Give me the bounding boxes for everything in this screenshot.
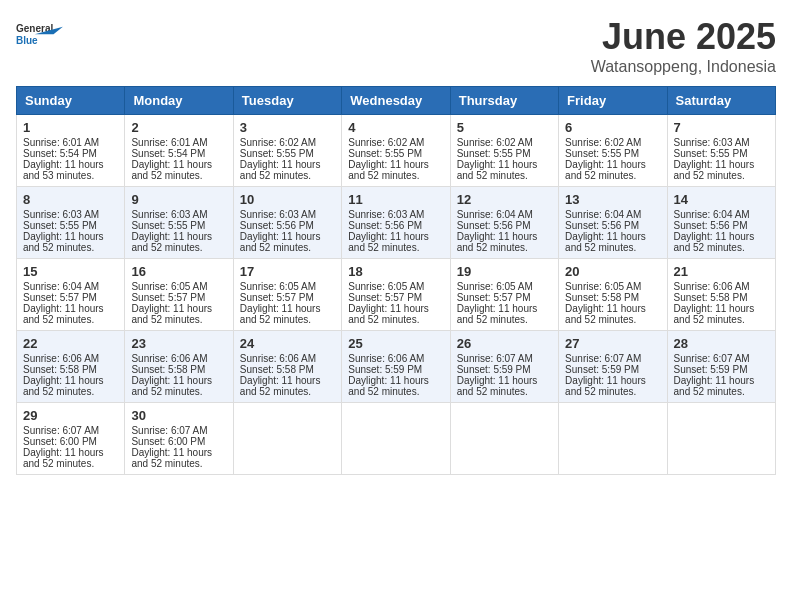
sunrise-text: Sunrise: 6:07 AM bbox=[457, 353, 533, 364]
calendar-day-cell: 18 Sunrise: 6:05 AM Sunset: 5:57 PM Dayl… bbox=[342, 259, 450, 331]
sunset-text: Sunset: 5:55 PM bbox=[348, 148, 422, 159]
calendar-week-row: 29 Sunrise: 6:07 AM Sunset: 6:00 PM Dayl… bbox=[17, 403, 776, 475]
calendar-day-cell: 24 Sunrise: 6:06 AM Sunset: 5:58 PM Dayl… bbox=[233, 331, 341, 403]
calendar-day-cell: 21 Sunrise: 6:06 AM Sunset: 5:58 PM Dayl… bbox=[667, 259, 775, 331]
daylight-text: Daylight: 11 hours and 53 minutes. bbox=[23, 159, 104, 181]
sunset-text: Sunset: 5:59 PM bbox=[348, 364, 422, 375]
daylight-text: Daylight: 11 hours and 52 minutes. bbox=[131, 375, 212, 397]
daylight-text: Daylight: 11 hours and 52 minutes. bbox=[348, 159, 429, 181]
day-number: 26 bbox=[457, 336, 552, 351]
calendar-day-cell: 26 Sunrise: 6:07 AM Sunset: 5:59 PM Dayl… bbox=[450, 331, 558, 403]
sunrise-text: Sunrise: 6:06 AM bbox=[674, 281, 750, 292]
calendar-day-cell: 6 Sunrise: 6:02 AM Sunset: 5:55 PM Dayli… bbox=[559, 115, 667, 187]
daylight-text: Daylight: 11 hours and 52 minutes. bbox=[348, 303, 429, 325]
sunset-text: Sunset: 5:58 PM bbox=[674, 292, 748, 303]
calendar-day-cell: 20 Sunrise: 6:05 AM Sunset: 5:58 PM Dayl… bbox=[559, 259, 667, 331]
sunset-text: Sunset: 5:57 PM bbox=[457, 292, 531, 303]
calendar-header-row: SundayMondayTuesdayWednesdayThursdayFrid… bbox=[17, 87, 776, 115]
daylight-text: Daylight: 11 hours and 52 minutes. bbox=[131, 303, 212, 325]
day-number: 22 bbox=[23, 336, 118, 351]
daylight-text: Daylight: 11 hours and 52 minutes. bbox=[674, 303, 755, 325]
sunset-text: Sunset: 5:55 PM bbox=[565, 148, 639, 159]
sunrise-text: Sunrise: 6:07 AM bbox=[131, 425, 207, 436]
sunrise-text: Sunrise: 6:03 AM bbox=[131, 209, 207, 220]
daylight-text: Daylight: 11 hours and 52 minutes. bbox=[457, 231, 538, 253]
sunset-text: Sunset: 5:57 PM bbox=[131, 292, 205, 303]
day-number: 20 bbox=[565, 264, 660, 279]
calendar-day-cell: 2 Sunrise: 6:01 AM Sunset: 5:54 PM Dayli… bbox=[125, 115, 233, 187]
calendar-day-cell: 30 Sunrise: 6:07 AM Sunset: 6:00 PM Dayl… bbox=[125, 403, 233, 475]
day-number: 6 bbox=[565, 120, 660, 135]
calendar-day-cell: 3 Sunrise: 6:02 AM Sunset: 5:55 PM Dayli… bbox=[233, 115, 341, 187]
daylight-text: Daylight: 11 hours and 52 minutes. bbox=[565, 159, 646, 181]
month-title: June 2025 bbox=[591, 16, 776, 58]
sunrise-text: Sunrise: 6:04 AM bbox=[565, 209, 641, 220]
sunset-text: Sunset: 5:57 PM bbox=[348, 292, 422, 303]
day-number: 30 bbox=[131, 408, 226, 423]
daylight-text: Daylight: 11 hours and 52 minutes. bbox=[457, 159, 538, 181]
daylight-text: Daylight: 11 hours and 52 minutes. bbox=[674, 159, 755, 181]
day-number: 2 bbox=[131, 120, 226, 135]
daylight-text: Daylight: 11 hours and 52 minutes. bbox=[457, 375, 538, 397]
sunrise-text: Sunrise: 6:04 AM bbox=[457, 209, 533, 220]
sunset-text: Sunset: 5:54 PM bbox=[131, 148, 205, 159]
calendar-day-cell: 13 Sunrise: 6:04 AM Sunset: 5:56 PM Dayl… bbox=[559, 187, 667, 259]
sunrise-text: Sunrise: 6:03 AM bbox=[674, 137, 750, 148]
calendar-day-cell: 14 Sunrise: 6:04 AM Sunset: 5:56 PM Dayl… bbox=[667, 187, 775, 259]
day-number: 19 bbox=[457, 264, 552, 279]
daylight-text: Daylight: 11 hours and 52 minutes. bbox=[240, 303, 321, 325]
daylight-text: Daylight: 11 hours and 52 minutes. bbox=[674, 231, 755, 253]
sunrise-text: Sunrise: 6:03 AM bbox=[23, 209, 99, 220]
page-header: General Blue June 2025 Watansoppeng, Ind… bbox=[16, 16, 776, 76]
day-number: 23 bbox=[131, 336, 226, 351]
sunset-text: Sunset: 5:59 PM bbox=[674, 364, 748, 375]
day-number: 10 bbox=[240, 192, 335, 207]
daylight-text: Daylight: 11 hours and 52 minutes. bbox=[457, 303, 538, 325]
daylight-text: Daylight: 11 hours and 52 minutes. bbox=[23, 447, 104, 469]
sunrise-text: Sunrise: 6:06 AM bbox=[348, 353, 424, 364]
sunrise-text: Sunrise: 6:07 AM bbox=[674, 353, 750, 364]
sunrise-text: Sunrise: 6:05 AM bbox=[348, 281, 424, 292]
calendar-header-cell: Wednesday bbox=[342, 87, 450, 115]
calendar-header-cell: Monday bbox=[125, 87, 233, 115]
sunset-text: Sunset: 5:55 PM bbox=[674, 148, 748, 159]
sunrise-text: Sunrise: 6:06 AM bbox=[240, 353, 316, 364]
calendar-week-row: 22 Sunrise: 6:06 AM Sunset: 5:58 PM Dayl… bbox=[17, 331, 776, 403]
sunrise-text: Sunrise: 6:02 AM bbox=[240, 137, 316, 148]
daylight-text: Daylight: 11 hours and 52 minutes. bbox=[674, 375, 755, 397]
day-number: 12 bbox=[457, 192, 552, 207]
calendar-day-cell bbox=[667, 403, 775, 475]
sunset-text: Sunset: 5:58 PM bbox=[131, 364, 205, 375]
sunrise-text: Sunrise: 6:06 AM bbox=[23, 353, 99, 364]
sunset-text: Sunset: 5:56 PM bbox=[674, 220, 748, 231]
calendar-header-cell: Thursday bbox=[450, 87, 558, 115]
day-number: 21 bbox=[674, 264, 769, 279]
day-number: 15 bbox=[23, 264, 118, 279]
daylight-text: Daylight: 11 hours and 52 minutes. bbox=[240, 231, 321, 253]
daylight-text: Daylight: 11 hours and 52 minutes. bbox=[348, 231, 429, 253]
calendar-header-cell: Sunday bbox=[17, 87, 125, 115]
daylight-text: Daylight: 11 hours and 52 minutes. bbox=[240, 375, 321, 397]
sunrise-text: Sunrise: 6:07 AM bbox=[23, 425, 99, 436]
sunset-text: Sunset: 5:56 PM bbox=[348, 220, 422, 231]
day-number: 5 bbox=[457, 120, 552, 135]
calendar-day-cell: 10 Sunrise: 6:03 AM Sunset: 5:56 PM Dayl… bbox=[233, 187, 341, 259]
day-number: 9 bbox=[131, 192, 226, 207]
calendar-day-cell: 22 Sunrise: 6:06 AM Sunset: 5:58 PM Dayl… bbox=[17, 331, 125, 403]
calendar-header-cell: Saturday bbox=[667, 87, 775, 115]
day-number: 11 bbox=[348, 192, 443, 207]
calendar-header-cell: Friday bbox=[559, 87, 667, 115]
sunrise-text: Sunrise: 6:05 AM bbox=[240, 281, 316, 292]
calendar-week-row: 1 Sunrise: 6:01 AM Sunset: 5:54 PM Dayli… bbox=[17, 115, 776, 187]
calendar-day-cell: 11 Sunrise: 6:03 AM Sunset: 5:56 PM Dayl… bbox=[342, 187, 450, 259]
logo: General Blue bbox=[16, 16, 66, 56]
day-number: 8 bbox=[23, 192, 118, 207]
daylight-text: Daylight: 11 hours and 52 minutes. bbox=[565, 231, 646, 253]
daylight-text: Daylight: 11 hours and 52 minutes. bbox=[131, 231, 212, 253]
day-number: 27 bbox=[565, 336, 660, 351]
svg-text:Blue: Blue bbox=[16, 35, 38, 46]
sunrise-text: Sunrise: 6:05 AM bbox=[565, 281, 641, 292]
calendar-day-cell: 25 Sunrise: 6:06 AM Sunset: 5:59 PM Dayl… bbox=[342, 331, 450, 403]
sunrise-text: Sunrise: 6:03 AM bbox=[348, 209, 424, 220]
calendar-day-cell: 12 Sunrise: 6:04 AM Sunset: 5:56 PM Dayl… bbox=[450, 187, 558, 259]
